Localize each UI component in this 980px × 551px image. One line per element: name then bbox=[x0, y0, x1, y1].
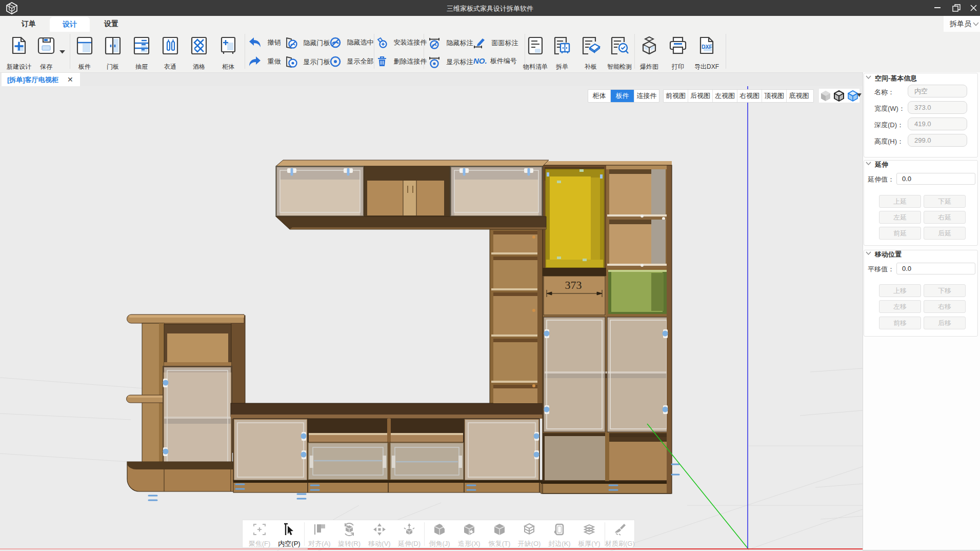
svg-text:373: 373 bbox=[565, 279, 582, 291]
svg-text:DXF: DXF bbox=[702, 44, 713, 50]
